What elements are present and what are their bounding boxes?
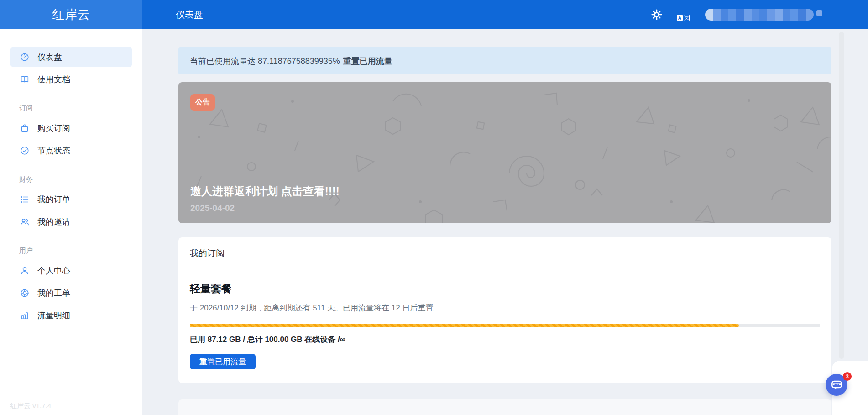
translate-letter-a: A	[677, 15, 683, 21]
page-title: 仪表盘	[176, 9, 203, 21]
sidebar-item-my-tickets[interactable]: 我的工单	[10, 283, 132, 303]
lifebuoy-icon	[19, 288, 30, 299]
sidebar-section-user: 用户	[10, 247, 132, 255]
announcement-badge: 公告	[190, 94, 215, 111]
sidebar-item-buy-subscription[interactable]: 购买订阅	[10, 118, 132, 138]
sidebar-item-my-invites[interactable]: 我的邀请	[10, 212, 132, 232]
app-logo: 红岸云	[0, 0, 142, 29]
chat-launcher-button[interactable]: 3	[826, 374, 847, 396]
sidebar-item-my-orders[interactable]: 我的订单	[10, 189, 132, 210]
subscription-card: 我的订阅 轻量套餐 于 2026/10/12 到期，距离到期还有 511 天。已…	[178, 237, 831, 383]
bar-chart-icon	[19, 310, 30, 321]
shopping-bag-icon	[19, 123, 30, 134]
sidebar-item-docs[interactable]: 使用文档	[10, 69, 132, 89]
subscription-card-header: 我的订阅	[178, 237, 831, 269]
translate-letter-wen: 文	[684, 15, 690, 21]
announcement-text: 邀人进群返利计划 点击查看!!!! 2025-04-02	[190, 184, 340, 213]
check-circle-icon	[19, 145, 30, 156]
order-list-icon	[19, 194, 30, 205]
sidebar-item-profile[interactable]: 个人中心	[10, 261, 132, 281]
announcement-card[interactable]: 公告 邀人进群返利计划 点击查看!!!! 2025-04-02	[178, 82, 831, 223]
announcement-title: 邀人进群返利计划 点击查看!!!!	[190, 184, 340, 199]
translate-icon[interactable]: A 文	[677, 8, 690, 21]
docs-icon	[19, 74, 30, 85]
topbar: 仪表盘 A 文	[142, 0, 868, 29]
sidebar-item-label: 节点状态	[37, 145, 70, 156]
traffic-progress-bar	[190, 324, 820, 327]
dashboard-icon	[19, 52, 30, 63]
subscription-card-body: 轻量套餐 于 2026/10/12 到期，距离到期还有 511 天。已用流量将在…	[178, 269, 831, 383]
plan-expiry-text: 于 2026/10/12 到期，距离到期还有 511 天。已用流量将在 12 日…	[190, 303, 820, 313]
sidebar-item-label: 流量明细	[37, 310, 70, 321]
sidebar-section-finance: 财务	[10, 175, 132, 184]
scrollbar[interactable]	[839, 32, 844, 359]
next-card-partial	[178, 399, 831, 415]
sidebar-item-label: 我的订单	[37, 194, 70, 205]
sidebar-item-label: 我的邀请	[37, 216, 70, 227]
sidebar-item-label: 个人中心	[37, 265, 70, 276]
user-icon	[19, 265, 30, 276]
sidebar-item-label: 仪表盘	[37, 52, 62, 63]
plan-name: 轻量套餐	[190, 282, 820, 296]
header: 红岸云 仪表盘 A 文	[0, 0, 868, 29]
app-version: 红岸云 v1.7.4	[10, 402, 51, 410]
redacted-avatar	[816, 10, 822, 16]
sidebar-item-node-status[interactable]: 节点状态	[10, 141, 132, 161]
traffic-progress-fill	[190, 324, 739, 327]
announcement-date: 2025-04-02	[190, 203, 340, 213]
alert-message: 当前已使用流量达 87.11876758839935%	[190, 56, 340, 67]
traffic-alert: 当前已使用流量达 87.11876758839935% 重置已用流量	[178, 47, 831, 74]
invite-users-icon	[19, 216, 30, 227]
topbar-actions: A 文	[650, 8, 822, 21]
usage-summary: 已用 87.12 GB / 总计 100.00 GB 在线设备 /∞	[190, 334, 820, 345]
sidebar-item-dashboard[interactable]: 仪表盘	[10, 47, 132, 67]
chat-bubble-icon	[831, 379, 843, 391]
chat-unread-badge: 3	[843, 372, 852, 381]
sidebar: 仪表盘 使用文档 订阅 购买订阅 节点状态 财务 我的订单 我的邀请 用户	[0, 29, 142, 415]
alert-reset-link[interactable]: 重置已用流量	[343, 56, 392, 67]
sidebar-item-traffic-details[interactable]: 流量明细	[10, 305, 132, 326]
main-content: 当前已使用流量达 87.11876758839935% 重置已用流量	[142, 29, 868, 415]
sidebar-item-label: 购买订阅	[37, 123, 70, 134]
redacted-username[interactable]	[705, 9, 814, 21]
sidebar-item-label: 我的工单	[37, 288, 70, 299]
sidebar-item-label: 使用文档	[37, 74, 70, 85]
reset-traffic-button[interactable]: 重置已用流量	[190, 354, 256, 369]
sun-icon[interactable]	[650, 8, 663, 21]
sidebar-section-subscription: 订阅	[10, 104, 132, 113]
